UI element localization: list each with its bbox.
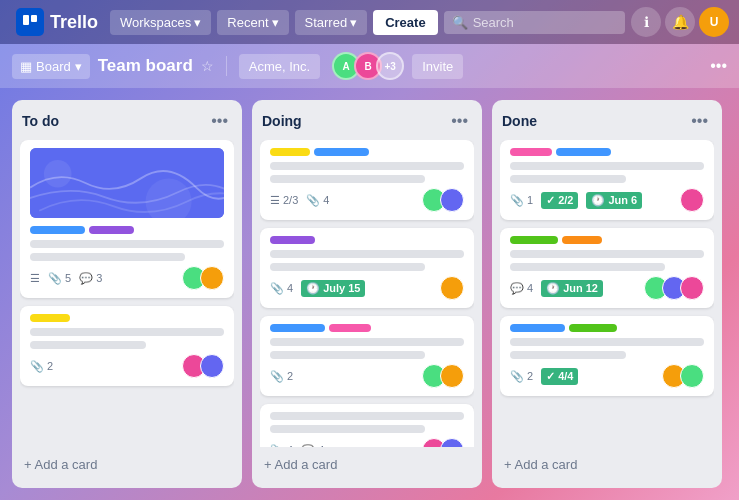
cards-todo: ☰ 📎 5 💬 3 [20, 140, 234, 447]
card-footer: ☰ 📎 5 💬 3 [30, 266, 224, 290]
card-doing-3[interactable]: 📎 2 [260, 316, 474, 396]
card-badges: 📎 2 ✓ 4/4 [510, 368, 578, 385]
badge-comment: 💬 4 [510, 282, 533, 295]
label-purple [89, 226, 134, 234]
badge-comment: 💬 3 [79, 272, 102, 285]
board-view-button[interactable]: ▦ Board ▾ [12, 54, 90, 79]
card-doing-2[interactable]: 📎 4 🕐 July 15 [260, 228, 474, 308]
label-purple [270, 236, 315, 244]
attach-icon: 📎 [306, 194, 320, 207]
column-menu-todo[interactable]: ••• [207, 110, 232, 132]
card-text-line [510, 338, 704, 346]
card-avatar [200, 266, 224, 290]
card-text-line [30, 341, 146, 349]
label-pink [510, 148, 552, 156]
attach-icon: 📎 [510, 370, 524, 383]
badge-date: 🕐 July 15 [301, 280, 365, 297]
label-blue [270, 324, 325, 332]
clock-icon: 🕐 [546, 282, 560, 295]
chevron-down-icon: ▾ [350, 15, 357, 30]
badge-attach: 📎 5 [48, 272, 71, 285]
column-header-doing: Doing ••• [260, 110, 474, 132]
label-green [569, 324, 617, 332]
starred-menu[interactable]: Starred ▾ [295, 10, 368, 35]
checklist-icon: ☰ [270, 194, 280, 207]
card-cover [30, 148, 224, 218]
workspace-button[interactable]: Acme, Inc. [239, 54, 320, 79]
card-text-line [270, 425, 425, 433]
check-icon: ✓ [546, 370, 555, 383]
card-badges: 📎 1 ✓ 2/2 🕐 Jun 6 [510, 192, 642, 209]
workspaces-menu[interactable]: Workspaces ▾ [110, 10, 211, 35]
clock-icon: 🕐 [306, 282, 320, 295]
label-yellow [30, 314, 70, 322]
chevron-down-icon: ▾ [75, 59, 82, 74]
card-done-3[interactable]: 📎 2 ✓ 4/4 [500, 316, 714, 396]
card-labels [270, 236, 464, 244]
board-more-button[interactable]: ••• [710, 57, 727, 75]
invite-button[interactable]: Invite [412, 54, 463, 79]
column-doing: Doing ••• ☰ 2/3 [252, 100, 482, 488]
card-doing-4[interactable]: 📎 4 💬 4 [260, 404, 474, 447]
create-button[interactable]: Create [373, 10, 437, 35]
card-text-line [270, 351, 425, 359]
badge-date: 🕐 Jun 6 [586, 192, 642, 209]
card-labels [510, 148, 704, 156]
card-labels [270, 324, 464, 332]
card-badges: 📎 4 🕐 July 15 [270, 280, 365, 297]
card-text-line [270, 162, 464, 170]
badge-comment: 💬 4 [301, 444, 324, 448]
svg-rect-1 [31, 15, 37, 22]
add-card-done[interactable]: + Add a card [500, 451, 714, 478]
board-title: Team board [98, 56, 193, 76]
card-labels [30, 226, 224, 234]
badge-checklist-done: ✓ 2/2 [541, 192, 578, 209]
badge-attach: 📎 1 [510, 194, 533, 207]
member-count[interactable]: +3 [376, 52, 404, 80]
column-menu-done[interactable]: ••• [687, 110, 712, 132]
search-icon: 🔍 [452, 15, 468, 30]
notifications-button[interactable]: 🔔 [665, 7, 695, 37]
label-yellow [270, 148, 310, 156]
attach-icon: 📎 [270, 282, 284, 295]
badge-attach: 📎 2 [30, 360, 53, 373]
add-card-doing[interactable]: + Add a card [260, 451, 474, 478]
card-avatars [680, 188, 704, 212]
card-footer: 📎 2 ✓ 4/4 [510, 364, 704, 388]
trello-logo[interactable]: Trello [10, 8, 104, 36]
star-button[interactable]: ☆ [201, 58, 214, 74]
label-blue [314, 148, 369, 156]
badge-attach: 📎 2 [510, 370, 533, 383]
check-icon: ✓ [546, 194, 555, 207]
card-text-line [510, 263, 665, 271]
badge-attach: 📎 4 [306, 194, 329, 207]
divider [226, 56, 227, 76]
attach-icon: 📎 [30, 360, 44, 373]
card-done-1[interactable]: 📎 1 ✓ 2/2 🕐 Jun 6 [500, 140, 714, 220]
chevron-down-icon: ▾ [194, 15, 201, 30]
info-button[interactable]: ℹ [631, 7, 661, 37]
card-avatar [440, 364, 464, 388]
card-doing-1[interactable]: ☰ 2/3 📎 4 [260, 140, 474, 220]
column-done: Done ••• 📎 1 [492, 100, 722, 488]
label-blue [556, 148, 611, 156]
search-input[interactable] [473, 15, 593, 30]
label-green [510, 236, 558, 244]
search-bar[interactable]: 🔍 [444, 11, 625, 34]
card-avatars [422, 364, 464, 388]
card-todo-2[interactable]: 📎 2 [20, 306, 234, 386]
user-avatar[interactable]: U [699, 7, 729, 37]
card-todo-1[interactable]: ☰ 📎 5 💬 3 [20, 140, 234, 298]
recent-menu[interactable]: Recent ▾ [217, 10, 288, 35]
svg-point-3 [145, 178, 191, 218]
card-done-2[interactable]: 💬 4 🕐 Jun 12 [500, 228, 714, 308]
card-avatar [440, 188, 464, 212]
badge-checklist-done: ✓ 4/4 [541, 368, 578, 385]
column-header-todo: To do ••• [20, 110, 234, 132]
add-card-todo[interactable]: + Add a card [20, 451, 234, 478]
card-badges: ☰ 📎 5 💬 3 [30, 272, 102, 285]
label-blue [30, 226, 85, 234]
column-menu-doing[interactable]: ••• [447, 110, 472, 132]
chevron-down-icon: ▾ [272, 15, 279, 30]
card-avatars [182, 266, 224, 290]
